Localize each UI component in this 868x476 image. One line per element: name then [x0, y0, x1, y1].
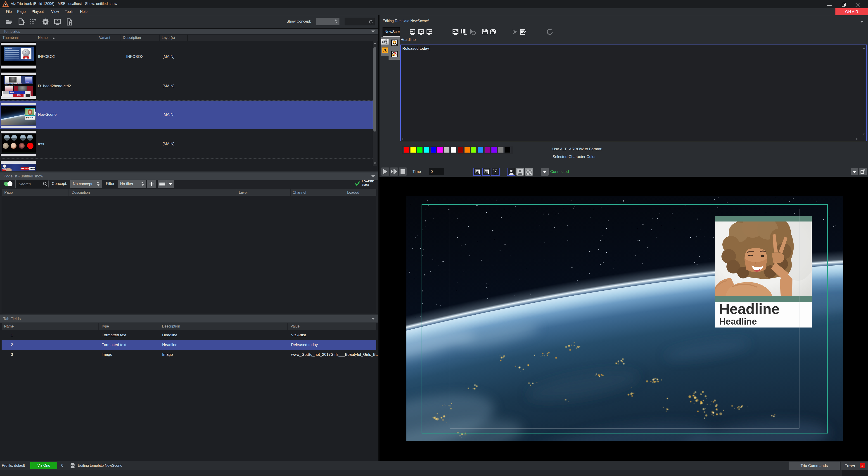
svg-text:Headline: Headline — [719, 316, 757, 327]
svg-text:A: A — [393, 55, 394, 57]
svg-text:Headline: Headline — [719, 301, 780, 317]
